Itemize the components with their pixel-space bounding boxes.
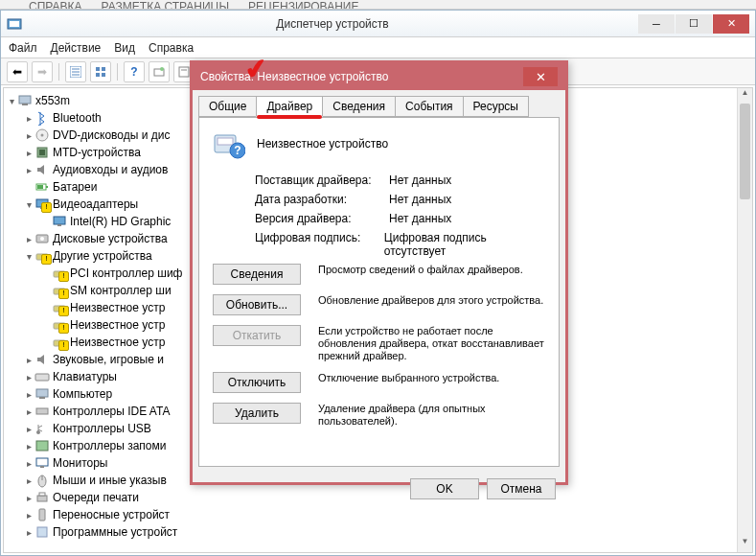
svg-rect-22 — [37, 185, 43, 189]
minimize-button[interactable]: ─ — [638, 14, 675, 34]
close-button[interactable]: ✕ — [713, 14, 749, 34]
tree-item-label: Дисковые устройства — [53, 232, 168, 245]
expand-icon[interactable]: ▸ — [23, 475, 34, 486]
disk-icon — [34, 232, 50, 245]
expand-icon[interactable]: ▸ — [23, 372, 34, 382]
expand-icon[interactable]: ▸ — [23, 355, 34, 365]
mouse-icon — [34, 474, 50, 487]
svg-rect-50 — [218, 138, 233, 145]
annotation-checkmark: ✔ — [243, 52, 269, 86]
svg-rect-9 — [102, 73, 105, 77]
tree-item[interactable]: ▸Программные устройст — [6, 523, 750, 541]
button-description: Обновление драйверов для этого устройств… — [318, 294, 545, 307]
tree-item-label: Очереди печати — [53, 491, 139, 504]
tree-item[interactable]: ▸Переносные устройст — [6, 506, 750, 523]
expand-icon[interactable]: ▸ — [23, 389, 34, 400]
app-icon — [7, 16, 22, 32]
scroll-thumb[interactable] — [740, 104, 750, 199]
tab-ресурсы[interactable]: Ресурсы — [463, 96, 529, 117]
software-icon — [34, 525, 50, 539]
expand-icon[interactable]: ▸ — [23, 130, 34, 141]
info-value: Нет данных — [389, 193, 451, 212]
chip-icon — [34, 146, 50, 159]
svg-rect-31 — [54, 289, 65, 294]
info-value: Нет данных — [389, 212, 451, 231]
svg-rect-24 — [40, 207, 44, 209]
audio-icon — [34, 353, 50, 366]
scan-button[interactable] — [149, 61, 170, 82]
driver-action-button: Откатить — [213, 325, 301, 346]
dialog-close-button[interactable]: ✕ — [523, 67, 558, 86]
menu-action[interactable]: Действие — [51, 41, 102, 55]
svg-rect-47 — [39, 509, 45, 521]
expand-icon[interactable]: ▸ — [23, 458, 34, 469]
tab-события[interactable]: События — [395, 96, 464, 117]
back-button[interactable]: ⬅ — [7, 61, 28, 82]
driver-action-button[interactable]: Отключить — [213, 372, 301, 393]
svg-rect-42 — [40, 466, 44, 468]
svg-rect-12 — [179, 67, 189, 77]
help-button[interactable]: ? — [124, 61, 145, 82]
expand-icon[interactable]: ▸ — [23, 527, 34, 538]
svg-rect-25 — [54, 217, 65, 224]
computer-icon — [17, 94, 33, 107]
view-button[interactable] — [90, 61, 111, 82]
expand-icon[interactable]: ▾ — [23, 251, 34, 262]
bluetooth-icon — [34, 111, 50, 125]
expand-icon[interactable]: ▾ — [23, 199, 34, 210]
expand-icon[interactable]: ▸ — [23, 148, 34, 158]
expand-icon[interactable]: ▸ — [23, 406, 34, 417]
tree-item-label: Аудиовходы и аудиов — [53, 163, 168, 176]
svg-rect-29 — [36, 254, 48, 260]
tree-item-label: Контроллеры запоми — [53, 439, 166, 452]
driver-info: Поставщик драйвера:Нет данныхДата разраб… — [255, 174, 545, 250]
other-icon — [52, 336, 67, 349]
expand-icon[interactable]: ▸ — [23, 510, 34, 521]
maximize-button[interactable]: ☐ — [676, 14, 712, 34]
tab-общие[interactable]: Общие — [198, 96, 257, 117]
tree-root-label: x553m — [35, 94, 70, 107]
detail-button[interactable] — [65, 61, 86, 82]
info-key: Поставщик драйвера: — [255, 174, 389, 193]
driver-action-button[interactable]: Сведения — [213, 264, 301, 285]
svg-point-17 — [41, 134, 44, 137]
menu-help[interactable]: Справка — [149, 41, 194, 55]
svg-rect-35 — [35, 374, 49, 381]
device-icon: ? — [213, 127, 245, 160]
svg-rect-23 — [36, 199, 48, 207]
svg-rect-46 — [39, 493, 45, 496]
driver-action-button[interactable]: Удалить — [213, 403, 301, 424]
tab-драйвер[interactable]: Драйвер — [256, 96, 323, 117]
scroll-up-icon[interactable]: ▲ — [738, 88, 752, 104]
menu-file[interactable]: Файл — [9, 41, 37, 55]
other-icon — [52, 266, 67, 280]
tab-сведения[interactable]: Сведения — [322, 96, 396, 117]
tree-item-label: Контроллеры IDE ATA — [53, 405, 170, 418]
expand-icon[interactable]: ▸ — [23, 165, 34, 175]
svg-rect-36 — [36, 389, 48, 397]
tree-item-label: PCI контроллер шиф — [70, 266, 183, 280]
svg-rect-34 — [54, 340, 65, 346]
display-icon — [34, 197, 50, 211]
button-description: Удаление драйвера (для опытных пользоват… — [318, 403, 545, 428]
forward-button[interactable]: ➡ — [32, 61, 53, 82]
driver-action-button[interactable]: Обновить... — [213, 294, 301, 315]
other-icon — [34, 249, 50, 263]
expand-icon[interactable]: ▸ — [23, 493, 34, 503]
display-icon — [52, 215, 67, 228]
expand-icon[interactable]: ▸ — [23, 113, 34, 124]
printer-icon — [34, 491, 50, 504]
info-value: Нет данных — [389, 174, 451, 193]
dialog-footer: OK Отмена — [193, 473, 565, 505]
menu-view[interactable]: Вид — [114, 41, 135, 55]
info-key: Цифровая подпись: — [255, 231, 384, 250]
properties-dialog: Свойства: Неизвестное устройство ✕ Общие… — [190, 60, 568, 485]
ok-button[interactable]: OK — [410, 478, 479, 499]
scroll-down-icon[interactable]: ▼ — [738, 537, 752, 552]
scrollbar[interactable]: ▲ ▼ — [737, 88, 752, 552]
expand-icon[interactable]: ▸ — [23, 234, 34, 244]
cancel-button[interactable]: Отмена — [487, 478, 556, 499]
expand-icon[interactable]: ▸ — [23, 424, 34, 434]
expand-icon[interactable]: ▸ — [23, 441, 34, 452]
tree-item-label: Другие устройства — [53, 249, 152, 263]
